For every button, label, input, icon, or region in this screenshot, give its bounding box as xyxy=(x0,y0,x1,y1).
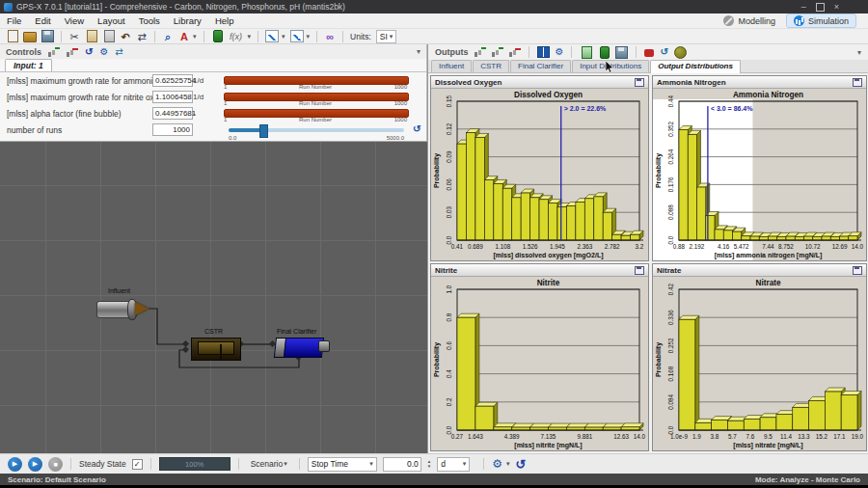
steady-state-checkbox[interactable]: ✓ xyxy=(132,459,143,470)
tab-final-clarifier[interactable]: Final Clarifier xyxy=(510,60,571,72)
compare-icon[interactable]: ⇄ xyxy=(136,31,148,42)
controls-gear-icon[interactable]: ⚙ xyxy=(99,46,108,58)
stop-time-select[interactable]: Stop Time ▾ xyxy=(308,457,377,472)
popout-icon[interactable] xyxy=(853,266,862,275)
graph-style-icon[interactable] xyxy=(290,30,304,42)
runs-reset-icon[interactable]: ↺ xyxy=(413,123,420,134)
menu-file[interactable]: File xyxy=(0,15,28,26)
simulation-label: Simulation xyxy=(808,16,849,26)
add-output-icon[interactable] xyxy=(475,47,486,57)
outputs-refresh-icon[interactable]: ↺ xyxy=(660,46,667,58)
rewind-button[interactable]: ▶ xyxy=(8,457,22,472)
copy-output-icon[interactable] xyxy=(582,46,592,59)
svg-text:7.6: 7.6 xyxy=(746,433,755,440)
chart-panel-ammonia-nitrogen: Ammonia Nitrogen < 3.0 = 86.4%0.00.0880.… xyxy=(652,75,867,261)
svg-text:Ammonia Nitrogen: Ammonia Nitrogen xyxy=(733,91,803,99)
popout-icon[interactable] xyxy=(853,78,862,87)
svg-text:17.1: 17.1 xyxy=(833,433,846,440)
reset-simulation-icon[interactable]: ↺ xyxy=(516,457,527,472)
save-output-icon[interactable] xyxy=(615,46,628,59)
open-folder-icon[interactable] xyxy=(23,32,37,42)
cut-icon[interactable]: ✂ xyxy=(68,31,80,42)
undo-icon[interactable]: ↶ xyxy=(120,31,131,42)
graph-style-dropdown-icon[interactable]: ▾ xyxy=(307,33,311,41)
nitrate-chart[interactable]: 0.00.0840.1680.2520.3360.42Probability1.… xyxy=(653,277,866,450)
final-clarifier-node[interactable] xyxy=(274,338,324,358)
menu-tools[interactable]: Tools xyxy=(132,15,167,26)
save-icon[interactable] xyxy=(41,30,54,42)
nitrite-chart[interactable]: 0.00.20.40.60.81.0Probability0.271.6434.… xyxy=(431,277,648,450)
stop-button[interactable]: ■ xyxy=(48,457,63,472)
remove-graph-icon[interactable] xyxy=(509,47,521,57)
menu-edit[interactable]: Edit xyxy=(28,15,57,26)
ammonia-nitrogen-chart[interactable]: < 3.0 = 86.4%0.00.0880.1760.2640.3520.44… xyxy=(653,89,866,260)
scenario-button[interactable]: Scenario ▾ xyxy=(247,458,291,470)
new-file-icon[interactable] xyxy=(8,30,18,42)
spin-down-icon[interactable]: ▼ xyxy=(427,464,431,469)
fx-dropdown-icon[interactable]: ▾ xyxy=(248,33,252,41)
stop-output-icon[interactable] xyxy=(644,49,654,57)
cstr-node[interactable] xyxy=(191,338,241,361)
tab-output-distributions[interactable]: Output Distributions xyxy=(650,60,741,73)
settings-dropdown-icon[interactable]: ▾ xyxy=(506,460,510,468)
menu-view[interactable]: View xyxy=(58,15,91,26)
minimize-button[interactable]: – xyxy=(801,3,806,12)
runs-slider[interactable] xyxy=(229,128,404,132)
run-button[interactable]: ▶ xyxy=(28,457,42,472)
simulation-settings-gear-icon[interactable]: ⚙ xyxy=(492,457,502,471)
outputs-menu-icon[interactable]: ▾ xyxy=(857,48,861,57)
font-icon[interactable]: A xyxy=(178,31,190,42)
menu-layout[interactable]: Layout xyxy=(91,15,132,26)
popout-icon[interactable] xyxy=(635,266,644,275)
database-icon[interactable] xyxy=(674,46,687,59)
modelling-button[interactable]: Modelling xyxy=(717,14,782,27)
simulation-button[interactable]: Simulation xyxy=(786,14,856,28)
control-value-input[interactable]: 1.1006458 xyxy=(152,91,193,103)
remove-control-icon[interactable] xyxy=(67,47,78,57)
menu-help[interactable]: Help xyxy=(208,15,241,26)
paste-icon[interactable] xyxy=(104,30,115,42)
controls-menu-icon[interactable]: ▾ xyxy=(417,47,420,56)
sample-icon[interactable] xyxy=(213,30,223,42)
svg-text:Probability: Probability xyxy=(433,342,441,377)
units-select[interactable]: SI ▾ xyxy=(376,30,397,43)
maximize-button[interactable] xyxy=(816,3,825,12)
outputs-gear-icon[interactable]: ⚙ xyxy=(556,46,564,58)
control-value-input[interactable]: 1000 xyxy=(152,123,193,136)
copy-icon[interactable] xyxy=(87,30,97,42)
chart-panel-title: Nitrite xyxy=(435,266,457,275)
controls-title: Controls xyxy=(6,47,41,57)
add-control-icon[interactable] xyxy=(48,47,60,57)
add-graph-icon[interactable] xyxy=(492,47,503,57)
stop-time-value-input[interactable]: 0.0 xyxy=(383,457,421,472)
zoom-icon[interactable]: ⌕ xyxy=(162,31,174,42)
undo-control-icon[interactable]: ↺ xyxy=(85,46,93,58)
time-unit-select[interactable]: d ▾ xyxy=(437,457,470,472)
control-value-input[interactable]: 0.44957681 xyxy=(152,107,193,120)
graph-icon[interactable] xyxy=(265,30,279,42)
svg-text:1.643: 1.643 xyxy=(468,433,483,440)
input-tab[interactable]: Input: 1 xyxy=(5,59,52,72)
font-dropdown-icon[interactable]: ▾ xyxy=(193,33,197,41)
export-icon[interactable] xyxy=(600,46,610,59)
menu-library[interactable]: Library xyxy=(167,15,208,26)
bar-caption: Run Number xyxy=(224,100,407,106)
dissolved-oxygen-chart[interactable]: > 2.0 = 22.6%0.00.030.060.090.120.15Prob… xyxy=(431,89,648,260)
table-icon[interactable] xyxy=(537,46,550,58)
tab-influent[interactable]: Influent xyxy=(431,60,472,72)
influent-arrow-icon xyxy=(135,302,149,315)
progress-text: 100% xyxy=(185,460,203,469)
tab-cstr[interactable]: CSTR xyxy=(473,60,509,72)
graph-dropdown-icon[interactable]: ▾ xyxy=(282,33,285,41)
svg-text:0.41: 0.41 xyxy=(451,243,464,250)
controls-refresh-icon[interactable]: ⇄ xyxy=(115,46,122,58)
close-button[interactable]: × xyxy=(834,3,839,12)
stop-time-spinner[interactable]: ▲ ▼ xyxy=(427,459,431,469)
control-value-input[interactable]: 0.62525754 xyxy=(152,74,193,87)
flowsheet-canvas[interactable]: Influent CSTR Final Clarifier xyxy=(0,142,427,453)
link-icon[interactable]: ∞ xyxy=(324,31,336,42)
outputs-panel: Outputs ⚙ ↺ ▾ Influent CSTR Final Clarif… xyxy=(427,44,868,453)
popout-icon[interactable] xyxy=(635,78,644,87)
svg-text:0.084: 0.084 xyxy=(667,393,674,409)
fx-icon[interactable]: f(x) xyxy=(228,31,245,42)
